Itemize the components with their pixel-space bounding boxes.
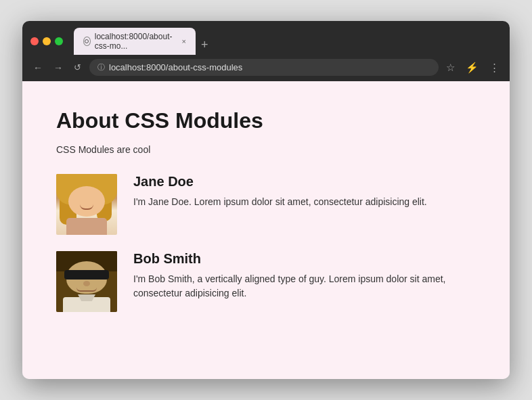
new-tab-button[interactable]: + bbox=[196, 35, 214, 55]
reload-button[interactable]: ↺ bbox=[71, 61, 84, 74]
jane-body bbox=[66, 218, 107, 235]
tab-close-button[interactable]: × bbox=[182, 37, 186, 45]
bob-face-art bbox=[56, 251, 117, 312]
browser-actions: ☆ ⚡ ⋮ bbox=[444, 60, 502, 75]
tab-bar: localhost:8000/about-css-mo... × + bbox=[74, 28, 502, 55]
person-info-jane: Jane Doe I'm Jane Doe. Lorem ipsum dolor… bbox=[133, 174, 476, 209]
person-name-jane: Jane Doe bbox=[133, 174, 476, 190]
page-title: About CSS Modules bbox=[56, 108, 476, 133]
person-name-bob: Bob Smith bbox=[133, 251, 476, 267]
extensions-icon[interactable]: ⚡ bbox=[464, 60, 481, 75]
jane-face-skin bbox=[68, 186, 105, 217]
page-subtitle: CSS Modules are cool bbox=[56, 144, 476, 155]
maximize-traffic-light[interactable] bbox=[55, 37, 63, 45]
minimize-traffic-light[interactable] bbox=[43, 37, 51, 45]
bob-nose bbox=[83, 281, 90, 286]
menu-icon[interactable]: ⋮ bbox=[487, 60, 502, 75]
forward-button[interactable]: → bbox=[51, 61, 66, 74]
bob-sunglasses bbox=[64, 270, 109, 280]
jane-face-art bbox=[56, 174, 117, 235]
active-tab[interactable]: localhost:8000/about-css-mo... × bbox=[74, 28, 196, 55]
address-text: localhost:8000/about-css-modules bbox=[109, 62, 242, 72]
person-bio-jane: I'm Jane Doe. Lorem ipsum dolor sit amet… bbox=[133, 195, 476, 209]
title-bar: localhost:8000/about-css-mo... × + bbox=[22, 21, 510, 55]
address-bar[interactable]: ⓘ localhost:8000/about-css-modules bbox=[89, 59, 439, 76]
close-traffic-light[interactable] bbox=[30, 37, 39, 45]
tab-favicon bbox=[83, 37, 91, 46]
person-bio-bob: I'm Bob Smith, a vertically aligned type… bbox=[133, 272, 476, 301]
bob-mouth bbox=[76, 288, 97, 292]
page-content: About CSS Modules CSS Modules are cool J… bbox=[22, 81, 510, 379]
bookmark-icon[interactable]: ☆ bbox=[444, 60, 457, 75]
avatar-bob bbox=[56, 251, 117, 312]
person-card-jane: Jane Doe I'm Jane Doe. Lorem ipsum dolor… bbox=[56, 174, 476, 235]
person-info-bob: Bob Smith I'm Bob Smith, a vertically al… bbox=[133, 251, 476, 301]
tab-label: localhost:8000/about-css-mo... bbox=[95, 32, 175, 51]
person-card-bob: Bob Smith I'm Bob Smith, a vertically al… bbox=[56, 251, 476, 312]
browser-window: localhost:8000/about-css-mo... × + ← → ↺… bbox=[22, 21, 510, 379]
avatar-jane bbox=[56, 174, 117, 235]
address-bar-row: ← → ↺ ⓘ localhost:8000/about-css-modules… bbox=[22, 55, 510, 81]
browser-chrome: localhost:8000/about-css-mo... × + ← → ↺… bbox=[22, 21, 510, 81]
lock-icon: ⓘ bbox=[97, 62, 105, 72]
traffic-lights bbox=[30, 37, 63, 45]
back-button[interactable]: ← bbox=[30, 61, 45, 74]
tab-favicon-inner bbox=[85, 39, 89, 43]
